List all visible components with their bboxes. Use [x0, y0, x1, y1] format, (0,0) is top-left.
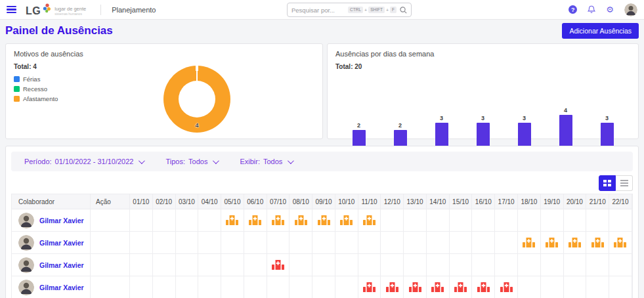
bar-slot: 4Sexta: [545, 78, 586, 146]
hospital-icon[interactable]: [454, 282, 467, 292]
table-row: Gilmar Xavier: [11, 232, 633, 254]
absence-cell: [130, 276, 153, 298]
shortcut-separator: +: [386, 8, 389, 12]
hospital-icon[interactable]: [569, 238, 581, 247]
absence-cell: [586, 276, 609, 298]
bar-chart-card: Ausências por dias da semana Total: 20 2…: [327, 43, 639, 139]
bar-slot: 2Segunda: [379, 78, 421, 146]
hospital-icon[interactable]: [318, 215, 330, 225]
absence-cell: [427, 276, 450, 298]
absence-cell: [130, 254, 153, 276]
hospital-icon[interactable]: [249, 215, 261, 225]
filter-types[interactable]: Tipos: Todos: [165, 158, 217, 165]
help-icon[interactable]: ?: [569, 5, 577, 14]
absence-cell: [495, 254, 518, 276]
avatar: [18, 213, 34, 228]
filter-display-label: Exibir:: [240, 158, 260, 165]
absence-cell: [267, 209, 290, 231]
date-column-header: 19/10: [541, 194, 564, 209]
absence-cell: [267, 254, 290, 276]
absence-cell: [358, 276, 381, 298]
absence-cell: [518, 276, 541, 298]
bar: [518, 123, 531, 146]
absence-cell: [381, 209, 404, 231]
hospital-icon[interactable]: [546, 238, 558, 247]
bar: [477, 123, 490, 146]
hospital-icon[interactable]: [477, 282, 490, 292]
bar: [353, 130, 366, 146]
filter-period[interactable]: Período: 01/10/2022 - 31/10/2022: [24, 158, 143, 165]
hospital-icon[interactable]: [523, 238, 535, 247]
legend-color-chip: [14, 86, 20, 92]
collaborator-link[interactable]: Gilmar Xavier: [39, 284, 84, 291]
absence-cell: [198, 232, 221, 253]
legend-label: Férias: [23, 75, 40, 83]
search-input[interactable]: [291, 7, 348, 14]
list-view-toggle[interactable]: [616, 175, 633, 191]
filter-period-value: 01/10/2022 - 31/10/2022: [55, 158, 134, 165]
hospital-icon[interactable]: [272, 260, 284, 270]
column-header-collaborator: Colaborador: [12, 194, 91, 209]
date-column-header: 11/10: [358, 194, 381, 209]
hospital-icon[interactable]: [363, 282, 376, 292]
absence-cell: [335, 209, 358, 231]
bar: [435, 123, 448, 146]
hospital-icon[interactable]: [340, 215, 353, 225]
date-column-header: 12/10: [381, 194, 404, 209]
hospital-icon[interactable]: [295, 215, 307, 225]
absence-cell: [381, 276, 404, 298]
absence-cell: [244, 254, 267, 276]
donut-chart: 4: [163, 66, 230, 133]
absence-cell: [472, 276, 495, 298]
absence-cell: [404, 276, 427, 298]
search-icon[interactable]: [400, 7, 407, 14]
absence-cell: [450, 232, 473, 253]
absence-cell: [518, 254, 541, 276]
grid-view-toggle[interactable]: [599, 175, 616, 191]
gear-icon[interactable]: ⚙: [606, 5, 614, 14]
page-title: Painel de Ausências: [5, 24, 113, 37]
brand-logo[interactable]: LG lugar de gente sistemas humanos: [26, 3, 86, 16]
legend-item: Recesso: [14, 85, 58, 93]
hospital-icon[interactable]: [409, 282, 421, 292]
filter-display[interactable]: Exibir: Todos: [240, 158, 292, 165]
absence-cell: [176, 232, 199, 253]
hospital-icon[interactable]: [272, 215, 284, 225]
shortcut-key: CTRL: [348, 7, 363, 13]
absence-cell: [564, 209, 587, 231]
collaborator-link[interactable]: Gilmar Xavier: [39, 217, 84, 224]
hamburger-menu-icon[interactable]: [7, 6, 16, 13]
hospital-icon[interactable]: [431, 282, 444, 292]
absence-cell: [130, 209, 153, 231]
absence-cell: [495, 232, 518, 253]
date-column-header: 20/10: [564, 194, 587, 209]
hospital-icon[interactable]: [363, 215, 376, 225]
legend-label: Recesso: [23, 85, 47, 93]
menu-item-planejamento[interactable]: Planejamento: [112, 6, 156, 14]
grid-icon: [603, 180, 611, 187]
bar-value-label: 4: [564, 107, 567, 114]
collaborator-cell: Gilmar Xavier: [12, 254, 91, 276]
absence-cell: [335, 276, 358, 298]
collaborator-link[interactable]: Gilmar Xavier: [39, 261, 84, 269]
add-absences-button[interactable]: Adicionar Ausências: [562, 23, 639, 39]
hospital-icon[interactable]: [226, 215, 238, 225]
nav-divider: [100, 5, 101, 15]
absence-cell: [518, 209, 541, 231]
absence-cell: [244, 209, 267, 231]
collaborator-link[interactable]: Gilmar Xavier: [39, 239, 84, 247]
filter-period-label: Período:: [24, 158, 52, 165]
bar-value-label: 3: [440, 115, 443, 121]
hospital-icon[interactable]: [386, 282, 398, 292]
bell-icon[interactable]: [588, 5, 595, 14]
hospital-icon[interactable]: [500, 282, 513, 292]
absence-cell: [381, 254, 404, 276]
absence-cell: [609, 232, 632, 253]
user-avatar[interactable]: [624, 3, 637, 16]
absence-cell: [541, 254, 564, 276]
absence-cell: [450, 276, 473, 298]
absence-cell: [198, 209, 221, 231]
hospital-icon[interactable]: [614, 238, 626, 247]
chevron-down-icon: [213, 158, 219, 164]
hospital-icon[interactable]: [591, 238, 604, 247]
